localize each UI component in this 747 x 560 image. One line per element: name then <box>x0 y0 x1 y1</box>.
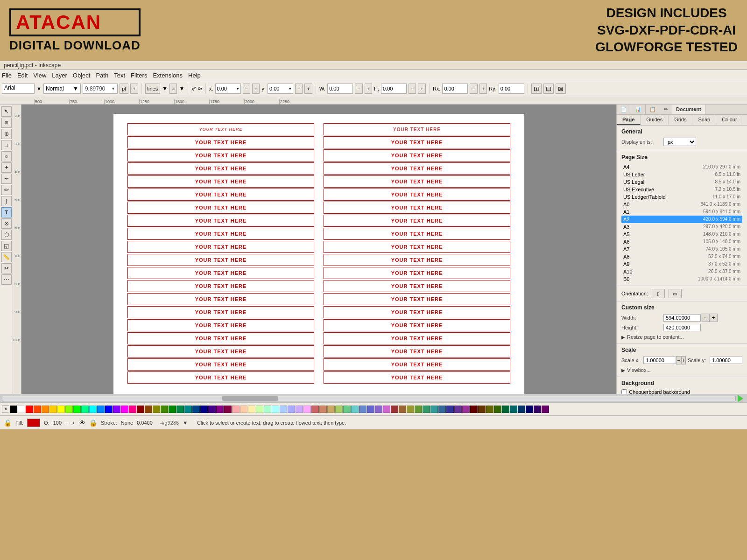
palette-swatch-29[interactable] <box>240 406 247 413</box>
font-style-select[interactable]: Normal▼ <box>43 84 81 94</box>
palette-swatch-19[interactable] <box>161 406 168 413</box>
palette-swatch-55[interactable] <box>446 406 454 413</box>
superscript-btn[interactable]: x² <box>191 86 196 91</box>
view-btn3[interactable]: ⊠ <box>556 84 566 94</box>
scale-x-input[interactable] <box>643 357 676 364</box>
palette-swatch-20[interactable] <box>169 406 176 413</box>
left-row-19[interactable]: YOUR TEXT HERE <box>127 371 314 384</box>
left-row-12[interactable]: YOUR TEXT HERE <box>127 280 314 292</box>
page-size-item-a7[interactable]: A774.0 x 105.0 mm <box>621 245 742 253</box>
unit-select[interactable]: pt <box>120 84 128 94</box>
menu-file[interactable]: File <box>2 72 12 79</box>
palette-swatch-0[interactable] <box>10 406 17 413</box>
sub-tab-page[interactable]: Page <box>617 115 641 125</box>
resize-to-content[interactable]: ▶ Resize page to content... <box>621 333 742 341</box>
right-row-8[interactable]: YOUR TEXT HERE <box>324 228 510 240</box>
sub-tab-colour[interactable]: Colour <box>716 115 743 125</box>
lines-btn[interactable]: lines <box>145 84 161 94</box>
tool-zoom[interactable]: ⊕ <box>1 129 12 139</box>
page-size-item-us-legal[interactable]: US Legal8.5 x 14.0 in <box>621 178 742 186</box>
orient-landscape[interactable]: ▭ <box>669 289 682 298</box>
right-row-7[interactable]: YOUR TEXT HERE <box>324 215 510 227</box>
right-row-15[interactable]: YOUR TEXT HERE <box>324 319 510 331</box>
page-size-item-a8[interactable]: A852.0 x 74.0 mm <box>621 253 742 260</box>
right-row-5[interactable]: YOUR TEXT HERE <box>324 189 510 201</box>
palette-swatch-66[interactable] <box>534 406 541 413</box>
page-size-item-a9[interactable]: A937.0 x 52.0 mm <box>621 260 742 268</box>
x-coord[interactable]: 0.00▾ <box>215 84 241 94</box>
tool-pencil[interactable]: ✏ <box>1 185 12 195</box>
palette-swatch-18[interactable] <box>153 406 160 413</box>
page-size-item-a3[interactable]: A3297.0 x 420.0 mm <box>621 223 742 231</box>
palette-swatch-51[interactable] <box>415 406 422 413</box>
h-minus[interactable]: − <box>409 84 416 94</box>
palette-swatch-40[interactable] <box>327 406 335 413</box>
fill-color-swatch[interactable] <box>27 419 40 427</box>
menu-help[interactable]: Help <box>188 72 201 79</box>
palette-swatch-6[interactable] <box>57 406 65 413</box>
palette-swatch-21[interactable] <box>176 406 184 413</box>
palette-swatch-33[interactable] <box>272 406 279 413</box>
right-row-0[interactable]: YOUR TEXT HERE <box>324 123 510 135</box>
palette-swatch-58[interactable] <box>470 406 478 413</box>
dropdown-indicator[interactable]: ▼ <box>183 420 188 426</box>
palette-swatch-61[interactable] <box>494 406 501 413</box>
rx-minus[interactable]: − <box>470 84 477 94</box>
palette-swatch-44[interactable] <box>359 406 366 413</box>
tool-spray[interactable]: ⊗ <box>1 218 12 229</box>
left-row-3[interactable]: YOUR TEXT HERE <box>127 162 314 175</box>
left-row-4[interactable]: YOUR TEXT HERE <box>127 175 314 188</box>
lock2-icon[interactable]: 🔒 <box>89 419 97 427</box>
right-row-14[interactable]: YOUR TEXT HERE <box>324 306 510 318</box>
palette-swatch-1[interactable] <box>18 406 25 413</box>
palette-swatch-46[interactable] <box>375 406 382 413</box>
palette-swatch-32[interactable] <box>264 406 271 413</box>
right-row-18[interactable]: YOUR TEXT HERE <box>324 358 510 371</box>
palette-swatch-50[interactable] <box>407 406 414 413</box>
palette-swatch-12[interactable] <box>105 406 113 413</box>
rx-plus[interactable]: + <box>479 84 487 94</box>
palette-swatch-25[interactable] <box>208 406 216 413</box>
left-row-6[interactable]: YOUR TEXT HERE <box>127 202 314 214</box>
h-plus[interactable]: + <box>418 84 425 94</box>
right-row-16[interactable]: YOUR TEXT HERE <box>324 332 510 344</box>
palette-swatch-26[interactable] <box>216 406 224 413</box>
palette-swatch-41[interactable] <box>335 406 343 413</box>
ry-val[interactable]: 0.00 <box>499 84 524 94</box>
page-size-item-b0[interactable]: B01000.0 x 1414.0 mm <box>621 275 742 283</box>
page-size-item-a2[interactable]: A2420.0 x 594.0 mm <box>621 216 742 223</box>
menu-object[interactable]: Object <box>73 72 91 79</box>
width-minus[interactable]: − <box>701 314 709 322</box>
palette-swatch-43[interactable] <box>351 406 359 413</box>
palette-swatch-11[interactable] <box>97 406 105 413</box>
left-row-16[interactable]: YOUR TEXT HERE <box>127 332 314 344</box>
left-row-17[interactable]: YOUR TEXT HERE <box>127 345 314 357</box>
palette-swatch-59[interactable] <box>478 406 486 413</box>
orient-portrait[interactable]: ▯ <box>652 289 665 298</box>
right-row-11[interactable]: YOUR TEXT HERE <box>324 267 510 279</box>
subscript-btn[interactable]: x₂ <box>198 85 203 91</box>
tool-pen[interactable]: ✒ <box>1 174 12 184</box>
palette-swatch-65[interactable] <box>526 406 533 413</box>
palette-swatch-35[interactable] <box>288 406 295 413</box>
palette-swatch-23[interactable] <box>192 406 200 413</box>
view-btn1[interactable]: ⊞ <box>531 84 542 94</box>
scrollbar-track[interactable] <box>2 396 736 401</box>
right-row-17[interactable]: YOUR TEXT HERE <box>324 345 510 357</box>
font-size-input[interactable]: 9.89790 ▼ <box>83 84 118 94</box>
right-row-1[interactable]: YOUR TEXT HERE <box>324 136 510 148</box>
width-plus[interactable]: + <box>709 314 718 322</box>
palette-swatch-64[interactable] <box>518 406 525 413</box>
palette-swatch-28[interactable] <box>232 406 240 413</box>
tool-gradient[interactable]: ◱ <box>1 241 12 251</box>
palette-swatch-57[interactable] <box>462 406 470 413</box>
palette-swatch-52[interactable] <box>423 406 430 413</box>
scale-y-input[interactable] <box>710 357 742 364</box>
palette-swatch-27[interactable] <box>224 406 232 413</box>
palette-swatch-13[interactable] <box>113 406 120 413</box>
right-row-12[interactable]: YOUR TEXT HERE <box>324 280 510 292</box>
menu-extensions[interactable]: Extensions <box>153 72 183 79</box>
horizontal-scrollbar[interactable] <box>0 394 747 402</box>
palette-swatch-53[interactable] <box>430 406 438 413</box>
page-size-item-us-executive[interactable]: US Executive7.2 x 10.5 in <box>621 186 742 193</box>
